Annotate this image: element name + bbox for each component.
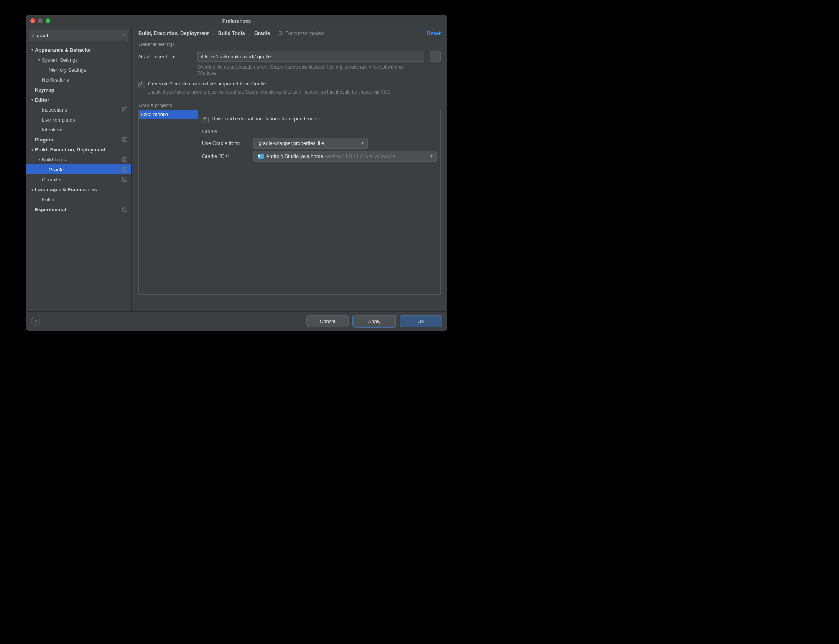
sidebar-item-label: Compiler [42,177,122,182]
sidebar-item-label: System Settings [42,57,131,63]
sidebar-item-languages-frameworks[interactable]: ▾Languages & Frameworks [26,184,131,194]
gradle-jdk-select[interactable]: Android Studio java home version 11.0.11… [253,151,437,162]
chevron-icon: ▾ [30,187,35,192]
close-window-button[interactable] [30,18,35,23]
apply-button[interactable]: Apply [353,315,395,327]
settings-sidebar: ⌕ × ▾Appearance & Behavior▾System Settin… [26,26,132,311]
preferences-window: Preferences ⌕ × ▾Appearance & Behavior▾S… [26,15,447,331]
sidebar-item-label: Live Templates [42,117,131,123]
gradle-subsection-title: Gradle [202,128,439,134]
generate-iml-checkbox[interactable] [138,82,145,88]
clear-search-icon[interactable]: × [122,32,125,38]
dialog-body: ⌕ × ▾Appearance & Behavior▾System Settin… [26,26,447,311]
chevron-down-icon: ▼ [360,141,364,145]
sidebar-item-appearance-behavior[interactable]: ▾Appearance & Behavior [26,45,131,55]
project-scope-icon [122,137,127,142]
crumb-build-tools[interactable]: Build Tools [218,30,245,36]
sidebar-item-live-templates[interactable]: Live Templates [26,115,131,125]
settings-content: General settings Gradle user home: … Ove… [132,40,447,311]
titlebar: Preferences [26,15,447,26]
gradle-projects-title-text: Gradle projects [138,102,172,108]
generate-iml-label[interactable]: Generate *.iml files for modules importe… [148,81,266,87]
sidebar-item-build-tools[interactable]: ▾Build Tools [26,154,131,164]
ok-button[interactable]: OK [400,315,442,327]
sidebar-item-gradle[interactable]: Gradle [26,164,131,174]
generate-iml-hint: Enable if you have a mixed project with … [147,89,441,95]
gradle-jdk-sub: version 11.0.11 /Library/Java/Ja [325,153,395,159]
help-button[interactable]: ? [31,317,40,326]
gradle-project-list: veka-mobile [139,110,198,294]
sidebar-item-label: Memory Settings [49,67,131,73]
sidebar-item-label: Intentions [42,127,131,133]
generate-iml-row: Generate *.iml files for modules importe… [138,81,441,88]
gradle-home-hint: Override the default location where Grad… [197,64,420,76]
sidebar-item-label: Build, Execution, Deployment [35,147,131,153]
dialog-footer: ? Cancel Apply OK [26,311,447,331]
search-box[interactable]: ⌕ × [29,30,128,41]
breadcrumb-sep: › [249,30,250,36]
sidebar-item-system-settings[interactable]: ▾System Settings [26,55,131,65]
gradle-jdk-label: Gradle JDK: [202,153,248,159]
gradle-project-item[interactable]: veka-mobile [139,110,198,119]
gradle-projects-split: veka-mobile Download external annotation… [138,110,441,295]
reset-link[interactable]: Reset [427,30,441,36]
breadcrumb-sep: › [212,30,214,36]
jdk-icon [258,154,264,159]
gradle-projects-title: Gradle projects [138,102,441,108]
use-gradle-from-value: 'gradle-wrapper.properties' file [258,140,324,146]
general-settings-title-text: General settings [138,41,175,47]
settings-tree: ▾Appearance & Behavior▾System SettingsMe… [26,44,131,311]
zoom-window-button[interactable] [46,18,50,23]
minimize-window-button[interactable] [38,18,43,23]
gradle-jdk-row: Gradle JDK: Android Studio java home ver… [202,151,439,162]
sidebar-item-compiler[interactable]: Compiler [26,174,131,184]
sidebar-item-kotlin[interactable]: Kotlin [26,194,131,204]
use-gradle-from-label: Use Gradle from: [202,140,248,146]
gradle-subsection-title-text: Gradle [202,128,217,134]
download-annotations-checkbox[interactable] [202,117,209,123]
settings-main: Build, Execution, Deployment › Build Too… [132,26,447,311]
project-scope-icon [122,177,127,182]
crumb-build[interactable]: Build, Execution, Deployment [138,30,209,36]
sidebar-item-keymap[interactable]: Keymap [26,85,131,95]
sidebar-item-inspections[interactable]: Inspections [26,105,131,115]
project-scope-icon [122,207,127,212]
gradle-home-row: Gradle user home: … [138,51,441,62]
divider [179,44,441,44]
sidebar-item-memory-settings[interactable]: Memory Settings [26,65,131,75]
sidebar-item-label: Experimental [35,207,122,212]
sidebar-item-label: Languages & Frameworks [35,187,131,192]
sidebar-item-label: Inspections [42,107,122,113]
sidebar-item-intentions[interactable]: Intentions [26,125,131,135]
divider [176,105,441,105]
sidebar-item-label: Build Tools [42,157,122,163]
crumb-gradle: Gradle [254,30,270,36]
search-input[interactable] [36,32,122,39]
sidebar-item-experimental[interactable]: Experimental [26,204,131,214]
gradle-home-input[interactable] [197,51,424,62]
sidebar-item-label: Editor [35,97,131,103]
sidebar-item-label: Plugins [35,137,122,143]
gradle-jdk-main: Android Studio java home [266,153,323,159]
window-title: Preferences [26,18,447,24]
chevron-icon: ▾ [30,48,35,52]
project-scope-icon [122,167,127,172]
browse-button[interactable]: … [430,51,441,62]
divider [221,131,439,131]
chevron-icon: ▾ [36,158,42,162]
download-annotations-label[interactable]: Download external annotations for depend… [212,116,320,122]
chevron-icon: ▾ [30,98,35,102]
sidebar-item-build-execution-deployment[interactable]: ▾Build, Execution, Deployment [26,145,131,154]
chevron-down-icon: ▼ [429,154,433,158]
sidebar-item-notifications[interactable]: Notifications [26,75,131,85]
search-icon: ⌕ [31,33,35,38]
use-gradle-from-select[interactable]: 'gradle-wrapper.properties' file ▼ [253,138,368,149]
cancel-button[interactable]: Cancel [306,315,349,327]
sidebar-item-editor[interactable]: ▾Editor [26,95,131,105]
download-annotations-row: Download external annotations for depend… [202,116,439,123]
use-gradle-from-row: Use Gradle from: 'gradle-wrapper.propert… [202,138,439,149]
sidebar-item-plugins[interactable]: Plugins [26,135,131,145]
scope-label: For current project [285,31,324,36]
project-scope-icon [122,107,127,112]
breadcrumb: Build, Execution, Deployment › Build Too… [132,26,447,40]
